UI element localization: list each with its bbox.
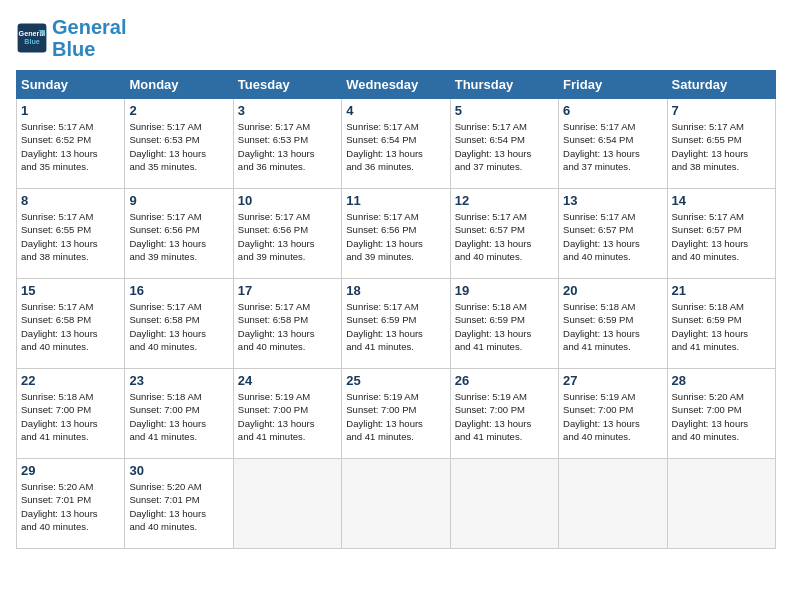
day-info: Sunrise: 5:18 AM Sunset: 6:59 PM Dayligh… (672, 300, 771, 353)
day-number: 4 (346, 103, 445, 118)
logo-text: GeneralBlue (52, 16, 126, 60)
day-number: 17 (238, 283, 337, 298)
day-number: 29 (21, 463, 120, 478)
day-info: Sunrise: 5:19 AM Sunset: 7:00 PM Dayligh… (563, 390, 662, 443)
day-number: 8 (21, 193, 120, 208)
calendar-day-27: 27Sunrise: 5:19 AM Sunset: 7:00 PM Dayli… (559, 369, 667, 459)
day-info: Sunrise: 5:17 AM Sunset: 6:55 PM Dayligh… (672, 120, 771, 173)
day-info: Sunrise: 5:17 AM Sunset: 6:57 PM Dayligh… (563, 210, 662, 263)
calendar-day-empty (233, 459, 341, 549)
calendar-day-empty (342, 459, 450, 549)
calendar-week-row: 22Sunrise: 5:18 AM Sunset: 7:00 PM Dayli… (17, 369, 776, 459)
svg-text:Blue: Blue (24, 37, 40, 46)
weekday-header-wednesday: Wednesday (342, 71, 450, 99)
day-info: Sunrise: 5:19 AM Sunset: 7:00 PM Dayligh… (238, 390, 337, 443)
weekday-header-monday: Monday (125, 71, 233, 99)
calendar-day-1: 1Sunrise: 5:17 AM Sunset: 6:52 PM Daylig… (17, 99, 125, 189)
weekday-header-thursday: Thursday (450, 71, 558, 99)
header: General Blue GeneralBlue (16, 16, 776, 60)
day-number: 3 (238, 103, 337, 118)
day-info: Sunrise: 5:19 AM Sunset: 7:00 PM Dayligh… (455, 390, 554, 443)
day-number: 12 (455, 193, 554, 208)
calendar-day-30: 30Sunrise: 5:20 AM Sunset: 7:01 PM Dayli… (125, 459, 233, 549)
weekday-header-row: SundayMondayTuesdayWednesdayThursdayFrid… (17, 71, 776, 99)
day-number: 30 (129, 463, 228, 478)
calendar-day-19: 19Sunrise: 5:18 AM Sunset: 6:59 PM Dayli… (450, 279, 558, 369)
calendar-day-28: 28Sunrise: 5:20 AM Sunset: 7:00 PM Dayli… (667, 369, 775, 459)
day-info: Sunrise: 5:17 AM Sunset: 6:56 PM Dayligh… (238, 210, 337, 263)
calendar-day-4: 4Sunrise: 5:17 AM Sunset: 6:54 PM Daylig… (342, 99, 450, 189)
day-info: Sunrise: 5:20 AM Sunset: 7:00 PM Dayligh… (672, 390, 771, 443)
day-number: 6 (563, 103, 662, 118)
day-number: 27 (563, 373, 662, 388)
day-number: 2 (129, 103, 228, 118)
day-number: 5 (455, 103, 554, 118)
calendar-day-25: 25Sunrise: 5:19 AM Sunset: 7:00 PM Dayli… (342, 369, 450, 459)
day-info: Sunrise: 5:17 AM Sunset: 6:53 PM Dayligh… (238, 120, 337, 173)
day-info: Sunrise: 5:17 AM Sunset: 6:54 PM Dayligh… (455, 120, 554, 173)
day-info: Sunrise: 5:17 AM Sunset: 6:56 PM Dayligh… (129, 210, 228, 263)
weekday-header-friday: Friday (559, 71, 667, 99)
calendar-week-row: 15Sunrise: 5:17 AM Sunset: 6:58 PM Dayli… (17, 279, 776, 369)
calendar-day-18: 18Sunrise: 5:17 AM Sunset: 6:59 PM Dayli… (342, 279, 450, 369)
day-info: Sunrise: 5:17 AM Sunset: 6:58 PM Dayligh… (238, 300, 337, 353)
calendar-day-20: 20Sunrise: 5:18 AM Sunset: 6:59 PM Dayli… (559, 279, 667, 369)
day-number: 28 (672, 373, 771, 388)
calendar-day-13: 13Sunrise: 5:17 AM Sunset: 6:57 PM Dayli… (559, 189, 667, 279)
calendar-day-5: 5Sunrise: 5:17 AM Sunset: 6:54 PM Daylig… (450, 99, 558, 189)
calendar-day-26: 26Sunrise: 5:19 AM Sunset: 7:00 PM Dayli… (450, 369, 558, 459)
calendar-day-14: 14Sunrise: 5:17 AM Sunset: 6:57 PM Dayli… (667, 189, 775, 279)
calendar-day-8: 8Sunrise: 5:17 AM Sunset: 6:55 PM Daylig… (17, 189, 125, 279)
day-info: Sunrise: 5:18 AM Sunset: 6:59 PM Dayligh… (563, 300, 662, 353)
calendar-day-2: 2Sunrise: 5:17 AM Sunset: 6:53 PM Daylig… (125, 99, 233, 189)
day-number: 15 (21, 283, 120, 298)
day-info: Sunrise: 5:17 AM Sunset: 6:54 PM Dayligh… (346, 120, 445, 173)
calendar-day-24: 24Sunrise: 5:19 AM Sunset: 7:00 PM Dayli… (233, 369, 341, 459)
day-info: Sunrise: 5:17 AM Sunset: 6:58 PM Dayligh… (21, 300, 120, 353)
calendar-week-row: 8Sunrise: 5:17 AM Sunset: 6:55 PM Daylig… (17, 189, 776, 279)
calendar-day-11: 11Sunrise: 5:17 AM Sunset: 6:56 PM Dayli… (342, 189, 450, 279)
calendar-day-7: 7Sunrise: 5:17 AM Sunset: 6:55 PM Daylig… (667, 99, 775, 189)
day-number: 9 (129, 193, 228, 208)
logo: General Blue GeneralBlue (16, 16, 126, 60)
day-number: 13 (563, 193, 662, 208)
calendar-week-row: 1Sunrise: 5:17 AM Sunset: 6:52 PM Daylig… (17, 99, 776, 189)
day-info: Sunrise: 5:17 AM Sunset: 6:55 PM Dayligh… (21, 210, 120, 263)
day-info: Sunrise: 5:17 AM Sunset: 6:54 PM Dayligh… (563, 120, 662, 173)
calendar-day-9: 9Sunrise: 5:17 AM Sunset: 6:56 PM Daylig… (125, 189, 233, 279)
day-number: 21 (672, 283, 771, 298)
calendar-day-16: 16Sunrise: 5:17 AM Sunset: 6:58 PM Dayli… (125, 279, 233, 369)
day-info: Sunrise: 5:17 AM Sunset: 6:52 PM Dayligh… (21, 120, 120, 173)
day-info: Sunrise: 5:17 AM Sunset: 6:58 PM Dayligh… (129, 300, 228, 353)
logo-icon: General Blue (16, 22, 48, 54)
day-info: Sunrise: 5:17 AM Sunset: 6:57 PM Dayligh… (455, 210, 554, 263)
weekday-header-sunday: Sunday (17, 71, 125, 99)
day-info: Sunrise: 5:20 AM Sunset: 7:01 PM Dayligh… (21, 480, 120, 533)
calendar-day-empty (559, 459, 667, 549)
calendar-week-row: 29Sunrise: 5:20 AM Sunset: 7:01 PM Dayli… (17, 459, 776, 549)
calendar-table: SundayMondayTuesdayWednesdayThursdayFrid… (16, 70, 776, 549)
day-info: Sunrise: 5:17 AM Sunset: 6:53 PM Dayligh… (129, 120, 228, 173)
calendar-day-6: 6Sunrise: 5:17 AM Sunset: 6:54 PM Daylig… (559, 99, 667, 189)
day-number: 26 (455, 373, 554, 388)
day-number: 25 (346, 373, 445, 388)
day-number: 24 (238, 373, 337, 388)
day-number: 23 (129, 373, 228, 388)
calendar-day-empty (450, 459, 558, 549)
day-number: 14 (672, 193, 771, 208)
calendar-day-17: 17Sunrise: 5:17 AM Sunset: 6:58 PM Dayli… (233, 279, 341, 369)
calendar-day-empty (667, 459, 775, 549)
day-info: Sunrise: 5:18 AM Sunset: 7:00 PM Dayligh… (21, 390, 120, 443)
day-number: 20 (563, 283, 662, 298)
day-number: 19 (455, 283, 554, 298)
weekday-header-tuesday: Tuesday (233, 71, 341, 99)
day-info: Sunrise: 5:18 AM Sunset: 7:00 PM Dayligh… (129, 390, 228, 443)
calendar-day-21: 21Sunrise: 5:18 AM Sunset: 6:59 PM Dayli… (667, 279, 775, 369)
day-number: 1 (21, 103, 120, 118)
day-info: Sunrise: 5:20 AM Sunset: 7:01 PM Dayligh… (129, 480, 228, 533)
calendar-day-29: 29Sunrise: 5:20 AM Sunset: 7:01 PM Dayli… (17, 459, 125, 549)
weekday-header-saturday: Saturday (667, 71, 775, 99)
calendar-day-23: 23Sunrise: 5:18 AM Sunset: 7:00 PM Dayli… (125, 369, 233, 459)
calendar-day-12: 12Sunrise: 5:17 AM Sunset: 6:57 PM Dayli… (450, 189, 558, 279)
day-number: 10 (238, 193, 337, 208)
